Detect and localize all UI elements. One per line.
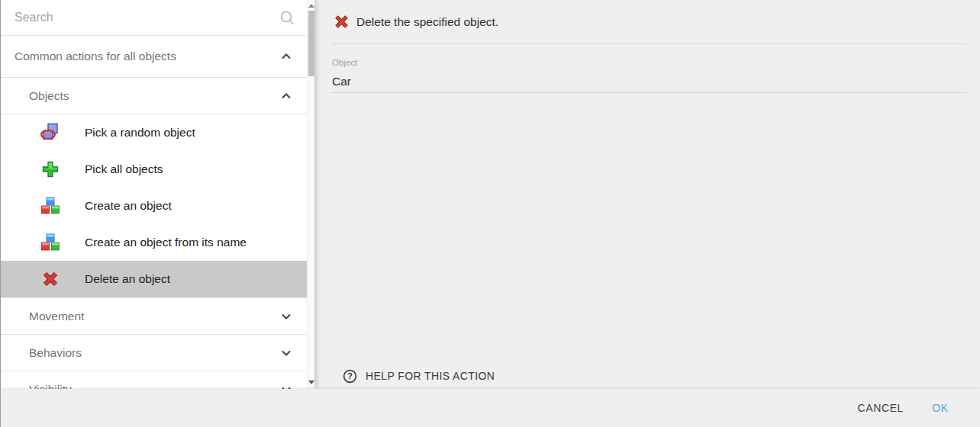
object-field-block: Object xyxy=(332,58,967,93)
delete-cross-icon xyxy=(40,269,60,289)
delete-cross-icon xyxy=(334,14,350,30)
dialog-footer: CANCEL OK xyxy=(0,389,980,427)
list-item-label: Delete an object xyxy=(85,272,170,286)
list-item-delete-an-object[interactable]: Delete an object xyxy=(1,261,308,297)
object-field-input[interactable] xyxy=(332,75,967,88)
search-row xyxy=(1,0,308,36)
category-label: Behaviors xyxy=(29,346,82,360)
action-description: Delete the specified object. xyxy=(356,15,498,29)
action-header: Delete the specified object. xyxy=(315,0,980,43)
scrollbar-thumb[interactable] xyxy=(308,11,314,76)
chevron-down-icon xyxy=(277,307,295,326)
list-item-label: Pick a random object xyxy=(85,126,195,140)
list-item-label: Pick all objects xyxy=(85,162,163,176)
divider xyxy=(332,43,967,44)
category-objects[interactable]: Objects xyxy=(1,78,308,114)
list-item-create-an-object[interactable]: Create an object xyxy=(1,188,308,224)
category-label: Movement xyxy=(29,310,84,323)
object-field-label: Object xyxy=(332,58,967,68)
help-label: HELP FOR THIS ACTION xyxy=(366,370,495,382)
action-config-panel: Delete the specified object. Object ? HE… xyxy=(315,0,980,389)
action-list-sidebar: Common actions for all objects Objects xyxy=(0,0,314,389)
scrollbar-up-arrow[interactable] xyxy=(308,4,314,8)
chevron-down-icon xyxy=(277,380,295,390)
list-item-create-object-from-name[interactable]: Create an object from its name xyxy=(1,224,308,261)
cancel-button[interactable]: CANCEL xyxy=(846,394,916,422)
search-icon xyxy=(279,9,297,27)
search-input[interactable] xyxy=(1,11,260,24)
pick-random-object-icon xyxy=(40,123,60,143)
category-movement[interactable]: Movement xyxy=(1,298,308,335)
add-plus-icon xyxy=(40,159,60,179)
ok-button[interactable]: OK xyxy=(916,394,965,422)
scrollbar-down-arrow[interactable] xyxy=(308,380,314,384)
action-editor-dialog: Common actions for all objects Objects xyxy=(0,0,980,427)
create-object-cubes-icon xyxy=(40,196,60,216)
category-visibility[interactable]: Visibility xyxy=(1,371,308,389)
chevron-up-icon xyxy=(277,47,295,66)
category-label: Visibility xyxy=(29,383,72,390)
category-behaviors[interactable]: Behaviors xyxy=(1,335,308,371)
list-item-pick-random-object[interactable]: Pick a random object xyxy=(1,114,308,151)
list-item-label: Create an object xyxy=(85,199,172,213)
question-circle-icon: ? xyxy=(342,368,358,384)
create-object-cubes-icon xyxy=(40,233,60,252)
list-item-label: Create an object from its name xyxy=(85,236,247,249)
category-label: Objects xyxy=(29,89,69,103)
chevron-up-icon xyxy=(277,87,295,105)
chevron-down-icon xyxy=(277,344,295,362)
category-common-actions[interactable]: Common actions for all objects xyxy=(1,36,308,78)
field-underline xyxy=(332,92,967,93)
list-item-pick-all-objects[interactable]: Pick all objects xyxy=(1,151,308,188)
svg-text:?: ? xyxy=(347,371,353,380)
help-button[interactable]: ? HELP FOR THIS ACTION xyxy=(342,368,495,384)
sidebar-scrollbar[interactable] xyxy=(307,0,314,389)
category-label: Common actions for all objects xyxy=(15,50,176,63)
